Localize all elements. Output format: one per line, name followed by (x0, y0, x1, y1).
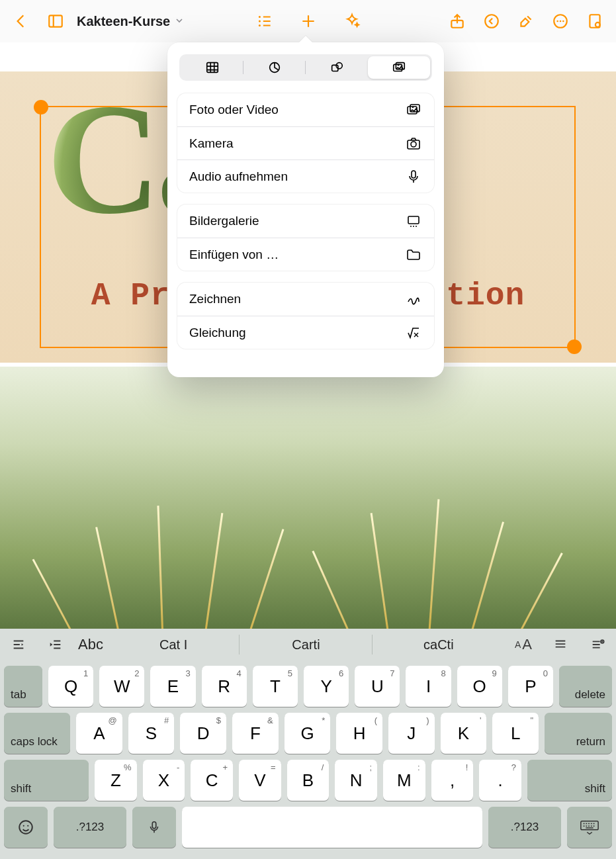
svg-point-9 (562, 21, 564, 23)
key-dictation[interactable] (132, 807, 176, 848)
more-button[interactable] (545, 5, 576, 37)
svg-point-28 (416, 226, 417, 227)
justify-button[interactable] (542, 629, 579, 660)
text-size-button[interactable]: AA (505, 629, 542, 660)
row-record-audio[interactable]: Audio aufnehmen (177, 159, 434, 193)
document-settings-button[interactable] (579, 5, 611, 37)
scribble-icon (405, 291, 422, 308)
key-u[interactable]: 7U (355, 666, 400, 707)
segment-media[interactable] (368, 56, 430, 79)
svg-point-3 (258, 24, 260, 26)
key-emoji[interactable] (4, 807, 48, 848)
key-j[interactable]: )J (388, 713, 435, 754)
segment-chart[interactable] (243, 56, 306, 79)
key-tab[interactable]: tab (4, 666, 42, 707)
folder-icon (405, 246, 422, 263)
svg-rect-12 (207, 63, 218, 73)
key-f[interactable]: &F (232, 713, 279, 754)
key-n[interactable]: ;N (335, 760, 377, 801)
segment-shapes[interactable] (306, 56, 368, 79)
row-equation[interactable]: Gleichung (177, 316, 434, 349)
undo-button[interactable] (476, 5, 507, 37)
key-r[interactable]: 4R (202, 666, 247, 707)
key-d[interactable]: $D (180, 713, 226, 754)
row-insert-from[interactable]: Einfügen von … (177, 238, 434, 271)
key-comma[interactable]: !, (431, 760, 474, 801)
row-label: Foto oder Video (189, 103, 279, 117)
key-shift-right[interactable]: shift (527, 760, 612, 801)
key-s[interactable]: #S (128, 713, 175, 754)
insert-popover: Foto oder Video Kamera Audio aufnehmen B… (167, 42, 444, 377)
key-k[interactable]: 'K (441, 713, 487, 754)
svg-point-26 (410, 226, 412, 227)
format-brush-button[interactable] (510, 5, 542, 37)
add-block-button[interactable] (579, 629, 616, 660)
selection-handle-top-left[interactable] (34, 100, 48, 114)
back-button[interactable] (5, 5, 37, 37)
key-delete[interactable]: delete (559, 666, 612, 707)
chevron-down-icon (174, 14, 185, 29)
row-draw[interactable]: Zeichnen (177, 283, 434, 316)
key-y[interactable]: 6Y (304, 666, 349, 707)
svg-point-11 (595, 23, 600, 27)
key-m[interactable]: :M (383, 760, 425, 801)
suggestion-1[interactable]: Cat I (107, 629, 240, 660)
key-w[interactable]: 2W (99, 666, 144, 707)
camera-icon (405, 135, 422, 152)
key-l[interactable]: "L (492, 713, 539, 754)
row-label: Einfügen von … (189, 248, 279, 262)
svg-rect-34 (581, 821, 598, 830)
key-q[interactable]: 1Q (48, 666, 93, 707)
key-i[interactable]: 8I (406, 666, 451, 707)
key-shift-left[interactable]: shift (4, 760, 89, 801)
key-numbers-right[interactable]: .?123 (488, 807, 561, 848)
app-root: Kakteen-Kurse (0, 0, 616, 859)
key-period[interactable]: ?. (479, 760, 521, 801)
key-t[interactable]: 5T (253, 666, 298, 707)
key-h[interactable]: (H (336, 713, 382, 754)
suggestion-2[interactable]: Carti (240, 629, 372, 660)
ai-tools-button[interactable] (336, 5, 368, 37)
svg-rect-0 (49, 15, 62, 26)
svg-point-2 (258, 20, 260, 22)
svg-point-30 (19, 821, 32, 834)
svg-point-23 (411, 142, 416, 147)
svg-point-27 (413, 226, 414, 227)
row-camera[interactable]: Kamera (177, 126, 434, 159)
outline-button[interactable] (249, 5, 281, 37)
svg-point-32 (27, 825, 28, 827)
segment-table[interactable] (181, 56, 243, 79)
share-button[interactable] (441, 5, 473, 37)
key-hide-keyboard[interactable] (567, 807, 612, 848)
key-p[interactable]: 0P (508, 666, 553, 707)
key-c[interactable]: +C (191, 760, 233, 801)
svg-rect-24 (412, 171, 416, 178)
row-image-gallery[interactable]: Bildergalerie (177, 204, 434, 238)
key-z[interactable]: %Z (95, 760, 137, 801)
key-g[interactable]: *G (285, 713, 331, 754)
key-return[interactable]: return (545, 713, 612, 754)
insert-button[interactable] (292, 5, 324, 37)
key-e[interactable]: 3E (150, 666, 195, 707)
svg-point-15 (336, 63, 342, 69)
key-b[interactable]: /B (287, 760, 330, 801)
svg-rect-10 (590, 15, 599, 28)
document-title[interactable]: Kakteen-Kurse (77, 14, 185, 29)
key-space[interactable] (182, 807, 482, 848)
key-o[interactable]: 9O (457, 666, 502, 707)
key-numbers-left[interactable]: .?123 (54, 807, 126, 848)
text-align-button[interactable] (0, 629, 37, 660)
indent-button[interactable] (37, 629, 74, 660)
suggestion-3[interactable]: caCti (373, 629, 505, 660)
sidebar-toggle-button[interactable] (40, 5, 71, 37)
row-label: Audio aufnehmen (189, 169, 288, 184)
row-photo-or-video[interactable]: Foto oder Video (177, 93, 434, 126)
key-x[interactable]: -X (143, 760, 185, 801)
row-label: Bildergalerie (189, 214, 259, 228)
abc-format-button[interactable]: Abc (74, 636, 107, 653)
svg-point-31 (23, 825, 24, 827)
selection-handle-bottom-right[interactable] (567, 339, 582, 354)
key-v[interactable]: =V (239, 760, 281, 801)
key-a[interactable]: @A (76, 713, 122, 754)
key-caps-lock[interactable]: caps lock (4, 713, 70, 754)
